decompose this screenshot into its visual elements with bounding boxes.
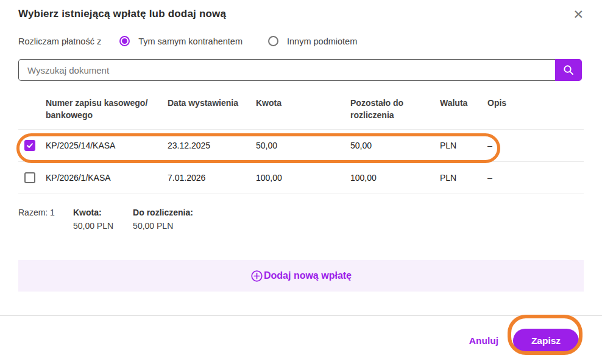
summary-row: Razem: 1 Kwota: 50,00 PLN Do rozliczenia… bbox=[18, 208, 584, 231]
payments-table: Numer zapisu kasowego/ bankowego Data wy… bbox=[18, 81, 584, 194]
cell-remaining: 50,00 bbox=[350, 141, 440, 150]
cell-amount: 100,00 bbox=[256, 173, 350, 183]
plus-circle-icon bbox=[250, 270, 264, 282]
cell-description: – bbox=[487, 173, 584, 183]
cell-number: KP/2026/1/KASA bbox=[46, 173, 168, 183]
radio-group-label: Rozliczam płatność z bbox=[18, 37, 101, 46]
settlement-radio-group: Rozliczam płatność z Tym samym kontrahen… bbox=[18, 36, 584, 46]
cell-number: KP/2025/14/KASA bbox=[46, 141, 168, 150]
footer-actions: Anuluj Zapisz bbox=[0, 316, 602, 353]
search-icon bbox=[562, 64, 575, 76]
add-payment-band: Dodaj nową wpłatę bbox=[18, 260, 584, 292]
close-icon[interactable]: ✕ bbox=[572, 8, 585, 21]
cell-date: 7.01.2026 bbox=[168, 173, 256, 183]
column-header-number: Numer zapisu kasowego/ bankowego bbox=[46, 97, 155, 121]
cell-description: – bbox=[487, 141, 584, 150]
radio-option-same-contractor[interactable]: Tym samym kontrahentem bbox=[119, 36, 243, 46]
search-button[interactable] bbox=[555, 59, 582, 81]
table-row[interactable]: KP/2026/1/KASA 7.01.2026 100,00 100,00 P… bbox=[18, 162, 584, 194]
summary-settle-label: Do rozliczenia: bbox=[133, 208, 193, 217]
summary-settle-value: 50,00 PLN bbox=[133, 221, 193, 231]
summary-total: Razem: 1 bbox=[18, 208, 55, 217]
radio-selected-icon bbox=[119, 36, 130, 46]
cell-date: 23.12.2025 bbox=[168, 141, 256, 150]
summary-amount-value: 50,00 PLN bbox=[73, 221, 113, 231]
search-bar bbox=[18, 59, 582, 81]
check-icon bbox=[26, 142, 34, 149]
cell-remaining: 100,00 bbox=[350, 173, 440, 183]
table-header-row: Numer zapisu kasowego/ bankowego Data wy… bbox=[18, 81, 584, 130]
column-header-date: Data wystawienia bbox=[168, 97, 256, 109]
cell-currency: PLN bbox=[440, 173, 487, 183]
cell-amount: 50,00 bbox=[256, 141, 350, 150]
column-header-currency: Waluta bbox=[440, 97, 487, 109]
row-checkbox-unchecked[interactable] bbox=[24, 172, 35, 183]
modal-header: Wybierz istniejącą wpłatę lub dodaj nową… bbox=[0, 0, 602, 21]
cancel-button[interactable]: Anuluj bbox=[469, 335, 498, 346]
radio-option-other-entity[interactable]: Innym podmiotem bbox=[268, 36, 357, 46]
page-title: Wybierz istniejącą wpłatę lub dodaj nową bbox=[18, 8, 226, 20]
column-header-description: Opis bbox=[487, 97, 584, 109]
summary-amount-group: Kwota: 50,00 PLN bbox=[73, 208, 113, 231]
add-payment-button[interactable]: Dodaj nową wpłatę bbox=[250, 270, 352, 282]
save-button[interactable]: Zapisz bbox=[513, 329, 579, 353]
table-row[interactable]: KP/2025/14/KASA 23.12.2025 50,00 50,00 P… bbox=[18, 130, 584, 162]
radio-option-label: Tym samym kontrahentem bbox=[138, 37, 243, 46]
add-payment-label: Dodaj nową wpłatę bbox=[264, 270, 352, 281]
cell-currency: PLN bbox=[440, 141, 487, 150]
radio-option-label: Innym podmiotem bbox=[287, 37, 357, 46]
payment-selection-modal: Wybierz istniejącą wpłatę lub dodaj nową… bbox=[0, 0, 602, 364]
search-input[interactable] bbox=[18, 59, 555, 81]
row-checkbox-checked[interactable] bbox=[24, 140, 35, 151]
column-header-remaining: Pozostało do rozliczenia bbox=[350, 97, 422, 121]
summary-amount-label: Kwota: bbox=[73, 208, 113, 217]
column-header-amount: Kwota bbox=[256, 97, 350, 109]
radio-unselected-icon bbox=[268, 36, 278, 46]
summary-settle-group: Do rozliczenia: 50,00 PLN bbox=[133, 208, 193, 231]
